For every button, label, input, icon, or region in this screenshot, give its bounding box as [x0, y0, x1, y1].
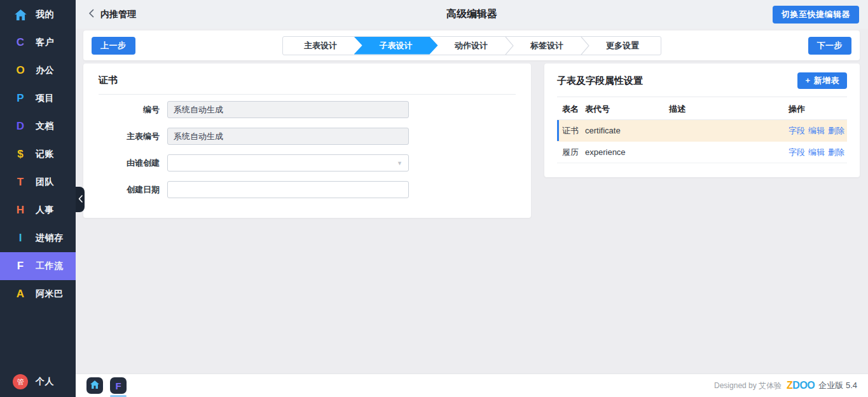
field-label-main-table-number: 主表编号 — [99, 131, 160, 142]
table-header-row: 表名 表代号 描述 操作 — [557, 98, 847, 120]
sidebar-item-label: 阿米巴 — [36, 288, 64, 300]
add-table-button[interactable]: +新增表 — [797, 72, 847, 89]
sidebar-item-label: 进销存 — [36, 232, 64, 244]
sidebar: 我的 C 客户 O 办公 P 项目 D 文档 $ 记账 — [0, 0, 76, 397]
sidebar-item-label: 客户 — [36, 37, 54, 48]
inventory-icon: I — [13, 232, 28, 245]
footer-credit: Designed by 艾体验 ZDOO 企业版 5.4 — [714, 380, 857, 391]
prev-step-button[interactable]: 上一步 — [92, 37, 135, 55]
table-code-cell: experience — [585, 147, 669, 157]
step-action-design[interactable]: 动作设计 — [434, 37, 509, 55]
sidebar-item-office[interactable]: O 办公 — [0, 57, 76, 84]
personal-label: 个人 — [36, 376, 54, 387]
table-name-cell: 证书 — [557, 125, 585, 137]
step-subtable-design[interactable]: 子表设计 — [354, 37, 438, 55]
breadcrumb: 内推管理 — [100, 9, 136, 20]
sidebar-item-accounting[interactable]: $ 记账 — [0, 140, 76, 168]
field-label-number: 编号 — [99, 104, 160, 116]
projects-icon: P — [13, 92, 28, 105]
amoeba-icon: A — [13, 288, 28, 300]
column-header-desc: 描述 — [669, 104, 789, 115]
wizard-toolbar: 上一步 主表设计 子表设计 动作设计 标签设计 更多设置 下一步 — [83, 30, 860, 60]
table-row[interactable]: 证书 certificate 字段编辑删除 — [557, 120, 847, 142]
sidebar-item-label: 文档 — [36, 121, 54, 132]
form-title: 证书 — [99, 74, 516, 86]
workflow-icon: F — [115, 380, 121, 391]
divider — [99, 94, 516, 95]
sidebar-item-label: 团队 — [36, 177, 54, 188]
chevron-left-icon — [88, 9, 94, 20]
sidebar-item-label: 我的 — [36, 9, 54, 20]
zdoo-logo: ZDOO — [787, 380, 815, 391]
table-name-cell: 履历 — [557, 147, 585, 158]
app-window: 我的 C 客户 O 办公 P 项目 D 文档 $ 记账 — [0, 0, 868, 397]
docs-icon: D — [13, 120, 28, 133]
subtable-list: 表名 表代号 描述 操作 证书 certificate 字段编辑删除 — [557, 98, 847, 163]
sidebar-collapse-handle[interactable] — [76, 187, 85, 212]
sidebar-item-my[interactable]: 我的 — [0, 1, 76, 29]
sidebar-item-label: 项目 — [36, 93, 54, 104]
sidebar-item-personal[interactable]: 管 个人 — [13, 374, 54, 389]
subtable-form: 编号 主表编号 由谁创建 ▼ — [99, 101, 516, 198]
team-icon: T — [13, 176, 28, 189]
row-action-edit[interactable]: 编辑 — [808, 147, 825, 157]
page-title: 高级编辑器 — [76, 8, 868, 21]
divider — [557, 97, 847, 97]
main-area: 内推管理 高级编辑器 切换至快捷编辑器 上一步 主表设计 子表设计 动作设计 标… — [76, 0, 868, 397]
column-header-ops: 操作 — [789, 104, 847, 115]
workflow-icon: F — [13, 260, 28, 273]
column-header-code: 表代号 — [585, 104, 669, 115]
sidebar-item-docs[interactable]: D 文档 — [0, 112, 76, 140]
sidebar-item-customers[interactable]: C 客户 — [0, 29, 76, 57]
wizard-steps: 主表设计 子表设计 动作设计 标签设计 更多设置 — [282, 36, 661, 55]
sidebar-item-inventory[interactable]: I 进销存 — [0, 224, 76, 252]
sidebar-item-amoeba[interactable]: A 阿米巴 — [0, 280, 76, 308]
sidebar-nav: 我的 C 客户 O 办公 P 项目 D 文档 $ 记账 — [0, 1, 76, 308]
taskbar: F Designed by 艾体验 ZDOO 企业版 5.4 — [76, 373, 868, 397]
step-more-settings[interactable]: 更多设置 — [585, 37, 661, 55]
sidebar-item-label: 工作流 — [36, 260, 64, 272]
created-by-select[interactable]: ▼ — [167, 154, 409, 172]
row-action-fields[interactable]: 字段 — [789, 147, 805, 157]
number-field[interactable] — [167, 101, 409, 118]
column-header-name: 表名 — [557, 104, 585, 115]
step-label-design[interactable]: 标签设计 — [509, 37, 585, 55]
sidebar-item-label: 人事 — [36, 205, 54, 216]
table-code-cell: certificate — [585, 126, 669, 135]
customers-icon: C — [13, 36, 28, 49]
sidebar-item-label: 办公 — [36, 65, 54, 76]
hr-icon: H — [13, 204, 28, 217]
designed-by-text: Designed by 艾体验 — [714, 380, 782, 391]
row-action-edit[interactable]: 编辑 — [808, 126, 825, 135]
back-button[interactable]: 内推管理 — [88, 9, 136, 20]
sidebar-item-workflow[interactable]: F 工作流 — [0, 252, 76, 280]
accounting-icon: $ — [13, 148, 28, 161]
home-icon — [90, 380, 99, 391]
subtable-form-card: 证书 编号 主表编号 由谁创建 — [83, 64, 531, 218]
sidebar-item-team[interactable]: T 团队 — [0, 168, 76, 196]
row-action-delete[interactable]: 删除 — [828, 126, 844, 135]
step-main-table-design[interactable]: 主表设计 — [283, 37, 359, 55]
sidebar-item-projects[interactable]: P 项目 — [0, 84, 76, 112]
office-icon: O — [13, 64, 28, 77]
table-row[interactable]: 履历 experience 字段编辑删除 — [557, 142, 847, 163]
subtable-settings-card: 子表及字段属性设置 +新增表 表名 表代号 描述 操作 证书 c — [544, 64, 860, 177]
field-label-created-date: 创建日期 — [99, 184, 160, 196]
home-icon — [13, 10, 28, 20]
workflow-app-button[interactable]: F — [110, 377, 127, 394]
home-app-button[interactable] — [86, 377, 103, 394]
created-date-field[interactable] — [167, 181, 409, 198]
edition-label: 企业版 5.4 — [818, 380, 857, 391]
sidebar-item-hr[interactable]: H 人事 — [0, 196, 76, 224]
row-action-delete[interactable]: 删除 — [828, 147, 844, 157]
panel-title: 子表及字段属性设置 — [557, 75, 643, 87]
avatar: 管 — [13, 374, 28, 389]
next-step-button[interactable]: 下一步 — [808, 37, 852, 55]
created-by-value — [167, 154, 409, 172]
top-header: 内推管理 高级编辑器 切换至快捷编辑器 — [76, 0, 868, 29]
main-table-number-field[interactable] — [167, 128, 409, 145]
content-area: 上一步 主表设计 子表设计 动作设计 标签设计 更多设置 下一步 — [76, 29, 868, 373]
switch-editor-button[interactable]: 切换至快捷编辑器 — [773, 6, 859, 24]
field-label-created-by: 由谁创建 — [99, 158, 160, 169]
row-action-fields[interactable]: 字段 — [789, 126, 805, 135]
